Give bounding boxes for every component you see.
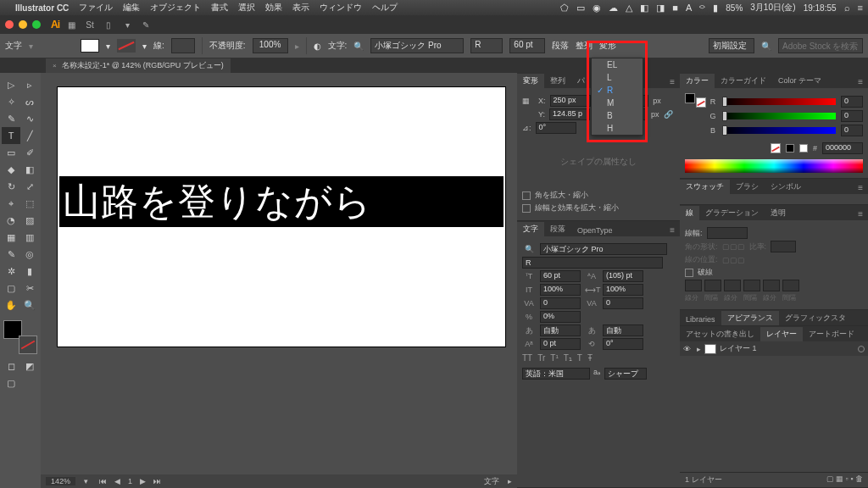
search-icon-2[interactable]: 🔍 xyxy=(761,42,771,51)
char-hscale[interactable]: 100% xyxy=(603,284,643,296)
magic-wand-tool[interactable]: ✧ xyxy=(2,93,20,110)
opt-el[interactable]: EL xyxy=(592,58,643,71)
layer-row[interactable]: 👁 ▸ レイヤー 1 xyxy=(680,341,868,356)
transform-link[interactable]: 変形 xyxy=(599,40,616,52)
lock-icon[interactable]: ◉ xyxy=(593,3,601,14)
tab-char[interactable]: 文字 xyxy=(517,222,544,236)
sync-icon[interactable]: △ xyxy=(626,3,632,14)
zoom-tool[interactable]: 🔍 xyxy=(20,297,39,313)
workspace-switcher[interactable]: 初期設定 xyxy=(709,38,754,53)
recolor-icon[interactable]: ◐ xyxy=(314,42,321,51)
slice-tool[interactable]: ✂ xyxy=(20,280,39,297)
font-family[interactable]: 小塚ゴシック Pro xyxy=(370,38,464,53)
char-lang[interactable]: 英語：米国 xyxy=(522,368,590,380)
opt-r[interactable]: ✓R xyxy=(592,84,643,97)
free-transform-tool[interactable]: ⬚ xyxy=(20,195,39,212)
tab-symbols[interactable]: シンボル xyxy=(765,180,807,194)
y-input[interactable]: 124.85 p xyxy=(549,108,590,120)
menu-effect[interactable]: 効果 xyxy=(265,2,282,14)
menu-icon[interactable]: ≡ xyxy=(858,3,863,13)
window-close[interactable] xyxy=(5,20,14,29)
tab-appearance[interactable]: アピアランス xyxy=(721,311,779,325)
shape-builder-tool[interactable]: ◔ xyxy=(2,212,20,229)
tab-swatches[interactable]: スウォッチ xyxy=(680,180,730,194)
menu-file[interactable]: ファイル xyxy=(79,2,113,14)
text-frame[interactable]: 山路を登りながら xyxy=(59,176,504,227)
char-style[interactable] xyxy=(522,257,663,269)
blend-tool[interactable]: ◎ xyxy=(20,246,39,263)
dropbox-icon[interactable]: ⬠ xyxy=(560,3,569,14)
opt-m[interactable]: M xyxy=(592,97,643,109)
menu-select[interactable]: 選択 xyxy=(238,2,255,14)
fill-swatch[interactable] xyxy=(81,39,99,53)
app-name[interactable]: Illustrator CC xyxy=(15,3,69,13)
draw-normal[interactable]: ◻ xyxy=(2,358,20,374)
cb-corner[interactable] xyxy=(522,191,531,200)
arrange-icon[interactable]: ▾ xyxy=(120,18,134,31)
tab-stroke[interactable]: 線 xyxy=(680,206,699,220)
char-size[interactable]: 60 pt xyxy=(540,270,581,282)
font-style[interactable]: R xyxy=(470,38,503,53)
symbol-sprayer-tool[interactable]: ✲ xyxy=(2,263,20,280)
tab-layers[interactable]: レイヤー xyxy=(760,327,803,341)
screen-mode[interactable]: ▢ xyxy=(2,374,20,391)
char-baseline[interactable]: 0% xyxy=(540,311,581,323)
bridge-icon[interactable]: ▦ xyxy=(64,18,78,31)
mesh-tool[interactable]: ▦ xyxy=(2,229,20,246)
color-fill-stroke[interactable] xyxy=(685,93,704,105)
hand-tool[interactable]: ✋ xyxy=(2,297,20,313)
type-tool[interactable]: T xyxy=(2,127,20,144)
battery-icon[interactable]: ▮ xyxy=(713,3,718,14)
wifi-icon[interactable]: ⌔ xyxy=(699,3,705,13)
char-rot[interactable]: 0° xyxy=(603,338,643,350)
g-val[interactable]: 0 xyxy=(841,110,863,122)
tab-align[interactable]: 整列 xyxy=(544,74,571,88)
direct-selection-tool[interactable]: ▹ xyxy=(20,76,39,93)
doc-icon[interactable]: ▯ xyxy=(102,18,115,31)
cloud-icon[interactable]: ☁ xyxy=(609,3,618,14)
menu-object[interactable]: オブジェクト xyxy=(150,2,201,14)
char-kerning[interactable]: 0 xyxy=(540,297,581,309)
tab-para[interactable]: 段落 xyxy=(544,222,571,236)
artboard-nav[interactable]: ⏮◀1▶⏭ xyxy=(97,477,164,485)
spectrum[interactable] xyxy=(685,159,863,173)
width-tool[interactable]: ⌖ xyxy=(2,195,20,212)
visibility-icon[interactable]: 👁 xyxy=(683,345,693,353)
rectangle-tool[interactable]: ▭ xyxy=(2,144,20,161)
paragraph-link[interactable]: 段落 xyxy=(552,40,569,52)
canvas-area[interactable]: 山路を登りながら 142% ▾ ⏮◀1▶⏭ 文字 ▸ xyxy=(41,73,517,488)
shaper-tool[interactable]: ◆ xyxy=(2,161,20,178)
char-aa[interactable]: シャープ xyxy=(604,368,647,380)
tab-color[interactable]: カラー xyxy=(680,74,715,88)
opt-b[interactable]: B xyxy=(592,109,643,122)
align-link[interactable]: 整列 xyxy=(576,40,593,52)
eraser-tool[interactable]: ◧ xyxy=(20,161,39,178)
angle-input[interactable]: 0° xyxy=(536,122,576,134)
search-icon[interactable]: 🔍 xyxy=(353,42,364,51)
char-leading[interactable]: (105) pt xyxy=(603,270,643,282)
window-zoom[interactable] xyxy=(32,20,41,29)
line-tool[interactable]: ╱ xyxy=(20,127,39,144)
ime-icon[interactable]: ■ xyxy=(672,3,678,13)
artboard-tool[interactable]: ▢ xyxy=(2,280,20,297)
menu-window[interactable]: ウィンドウ xyxy=(320,2,362,14)
tab-transparency[interactable]: 透明 xyxy=(765,206,792,220)
window-minimize[interactable] xyxy=(19,20,27,29)
none-icon[interactable] xyxy=(771,143,781,153)
panel-menu-icon[interactable]: ≡ xyxy=(853,75,868,88)
rotate-tool[interactable]: ↻ xyxy=(2,178,20,195)
close-tab-icon[interactable]: × xyxy=(53,62,57,69)
menu-help[interactable]: ヘルプ xyxy=(372,2,398,14)
tab-opentype[interactable]: OpenType xyxy=(571,225,619,236)
char-bshift[interactable]: 0 pt xyxy=(540,338,581,350)
panel-menu-icon[interactable]: ≡ xyxy=(853,181,868,194)
panel-menu-icon[interactable]: ≡ xyxy=(853,208,868,220)
color-picker[interactable] xyxy=(2,319,37,354)
lasso-tool[interactable]: ᔕ xyxy=(20,93,39,110)
char-auto2[interactable]: 自動 xyxy=(603,324,643,336)
tab-colorguide[interactable]: カラーガイド xyxy=(715,74,772,88)
pen-tool[interactable]: ✎ xyxy=(2,110,20,127)
curvature-tool[interactable]: ∿ xyxy=(20,110,39,127)
tab-transform[interactable]: 変形 xyxy=(517,74,544,88)
zoom-level[interactable]: 142% xyxy=(46,477,75,485)
